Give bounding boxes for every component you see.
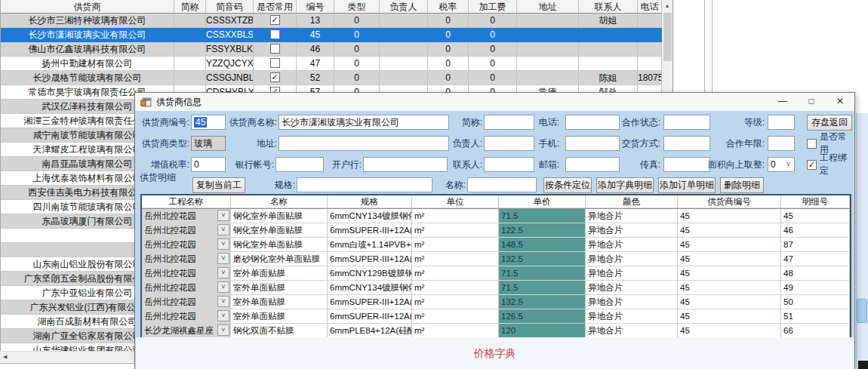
common-use-checkbox[interactable]: 是否常用 xyxy=(807,136,854,151)
checkbox[interactable] xyxy=(270,58,280,68)
detail-cell: 异地合片 xyxy=(586,281,678,295)
chevron-down-icon[interactable]: ˅ xyxy=(217,224,229,235)
column-header[interactable]: 电话 xyxy=(638,0,662,14)
detail-row[interactable]: 长沙龙湖祺鑫星座˅钢化双面不贴膜6mmPLE84+12A(硅酮胶...m²120… xyxy=(142,324,850,338)
detail-cell: m² xyxy=(412,209,499,223)
coop-years-input[interactable] xyxy=(768,136,795,151)
detail-row[interactable]: 岳州北控花园˅钢化室外单面贴膜6mm白玻+1.14PVB+6mm...m²148… xyxy=(142,238,850,252)
detail-row[interactable]: 岳州北控花园˅室外单面贴膜6mmSUPER-III+12A(硅...m²126.… xyxy=(142,309,850,324)
column-header[interactable]: 简称 xyxy=(174,0,206,14)
detail-cell: 岳州北控花园˅ xyxy=(142,238,231,252)
chevron-down-icon[interactable]: ˅ xyxy=(217,324,229,336)
table-cell xyxy=(517,57,579,71)
spec-filter-input[interactable] xyxy=(297,177,432,192)
detail-cell: m² xyxy=(412,324,499,338)
table-cell xyxy=(579,57,638,71)
column-header[interactable]: 税率 xyxy=(428,0,469,14)
chevron-down-icon[interactable]: ˅ xyxy=(217,238,229,250)
email-input[interactable] xyxy=(565,157,620,172)
chevron-down-icon[interactable]: ˅ xyxy=(217,253,229,264)
checkbox[interactable]: ✓ xyxy=(270,72,280,82)
column-header[interactable]: 类型 xyxy=(334,0,380,14)
table-row[interactable]: 扬州中勤建材有限公司YZZQJCYXGS47000 xyxy=(1,57,663,71)
column-header[interactable]: 是否常用 xyxy=(254,0,297,14)
coop-status-input[interactable] xyxy=(663,115,710,130)
detail-cell: 异地合片 xyxy=(586,209,678,223)
detail-cell: 异地合片 xyxy=(586,252,678,266)
locate-by-condition-button[interactable]: 按条件定位 xyxy=(543,177,592,193)
dialog-titlebar[interactable]: 供货商信息 — □ ✕ xyxy=(135,93,854,111)
table-cell xyxy=(380,14,428,28)
contact-input[interactable] xyxy=(484,157,534,172)
table-row[interactable]: 长沙市潇湘玻璃实业有限公司CSSXXBLSY..45000 xyxy=(1,28,663,42)
column-header[interactable]: 地址 xyxy=(517,0,579,14)
detail-column-header[interactable]: 颜色 xyxy=(586,195,678,208)
detail-row[interactable]: 岳州北控花园˅磨砂钢化室外单面贴膜6mmSUPER-III+12A(硅...m²… xyxy=(142,252,850,266)
detail-column-header[interactable]: 单位 xyxy=(412,195,499,208)
checkbox[interactable]: ✓ xyxy=(270,15,280,25)
detail-column-header[interactable]: 工程名称 xyxy=(142,195,231,208)
column-header[interactable]: 加工费 xyxy=(469,0,517,14)
manager-input[interactable] xyxy=(484,136,534,151)
grade-input[interactable] xyxy=(768,115,795,130)
delete-detail-button[interactable]: 删除明细 xyxy=(720,177,764,193)
short-name-input[interactable] xyxy=(484,115,534,130)
supplier-no-input[interactable]: 45 xyxy=(191,115,226,130)
column-header[interactable]: 供货商 xyxy=(1,0,174,14)
scroll-up-icon[interactable]: ▲ xyxy=(662,0,673,11)
right-scroll-thumb[interactable] xyxy=(857,299,867,323)
table-row[interactable]: 长沙市三湘特种玻璃有限公司CSSSXTZBL..✓13000胡姐 xyxy=(1,14,663,28)
area-round-combobox[interactable]: 0 ˅ xyxy=(768,157,795,172)
chevron-down-icon[interactable]: ˅ xyxy=(217,310,229,321)
detail-row[interactable]: 岳州北控花园˅室外单面贴膜6mmCNY134镀膜钢化m²71.5异地合片4549 xyxy=(142,281,850,295)
column-header[interactable]: 联系人 xyxy=(579,0,638,14)
detail-column-header[interactable]: 供货商编号 xyxy=(678,195,781,208)
horizontal-scrollbar[interactable]: ◀ xyxy=(0,351,134,362)
project-binding-checkbox[interactable]: ✓ 工程绑定 xyxy=(807,157,854,172)
detail-column-header[interactable]: 规格 xyxy=(328,195,412,208)
chevron-down-icon[interactable]: ˅ xyxy=(217,281,229,293)
detail-row[interactable]: 岳州北控花园˅钢化室外单面贴膜6mmSUPER-III+12A(硅...m²12… xyxy=(142,223,850,238)
chevron-down-icon[interactable]: ˅ xyxy=(217,267,229,278)
mobile-input[interactable] xyxy=(565,136,620,151)
bank-account-input[interactable] xyxy=(275,157,324,172)
detail-row[interactable]: 岳州北控花园˅室外单面贴膜6mmSUPER-III+12A(硅...m²132.… xyxy=(142,295,850,309)
table-cell: 0 xyxy=(334,71,380,85)
table-row[interactable]: 佛山市亿鑫玻璃科技有限公司FSSYXBLKJ..46000 xyxy=(1,42,663,57)
checkbox[interactable] xyxy=(270,29,280,39)
add-order-detail-button[interactable]: 添加订单明细 xyxy=(658,177,716,193)
column-header[interactable]: 简音码 xyxy=(206,0,254,14)
detail-row[interactable]: 岳州北控花园˅钢化室外单面贴膜6mmCNY134镀膜钢化m²71.5异地合片45… xyxy=(142,209,850,223)
table-row[interactable]: 长沙晟格节能玻璃有限公司CSSGJNBLYXGS✓52000陈姐180751 xyxy=(1,71,663,85)
column-header[interactable]: 负责人 xyxy=(380,0,428,14)
supplier-name-input[interactable]: 长沙市潇湘玻璃实业有限公司 xyxy=(279,115,449,130)
right-window-scrollbar[interactable] xyxy=(856,113,868,369)
add-dictionary-detail-button[interactable]: 添加字典明细 xyxy=(596,177,654,193)
copy-project-button[interactable]: 复制当前工程 xyxy=(192,177,245,193)
close-button[interactable]: ✕ xyxy=(826,93,854,111)
chevron-down-icon[interactable]: ˅ xyxy=(783,158,793,171)
save-return-button[interactable]: 存盘返回 xyxy=(807,115,852,131)
panel-bottom-edge xyxy=(0,363,134,364)
supplier-type-input[interactable]: 玻璃 xyxy=(191,136,226,151)
checkbox[interactable] xyxy=(270,44,280,54)
delivery-mode-input[interactable] xyxy=(663,136,710,151)
column-header[interactable]: 编号 xyxy=(297,0,334,14)
detail-row[interactable]: 岳州北控花园˅室外单面贴膜6mmCNY129B镀膜钢化m²71.5异地合片454… xyxy=(142,266,850,281)
minimize-button[interactable]: — xyxy=(768,93,797,111)
name-filter-input[interactable] xyxy=(467,177,537,192)
detail-column-header[interactable]: 明细号 xyxy=(781,195,850,208)
chevron-down-icon[interactable]: ˅ xyxy=(217,296,229,307)
chevron-down-icon[interactable]: ˅ xyxy=(217,210,229,221)
address-input[interactable] xyxy=(279,136,449,151)
scroll-thumb[interactable] xyxy=(663,13,672,61)
phone-input[interactable] xyxy=(565,115,620,130)
detail-cell: 71.5 xyxy=(499,266,586,281)
detail-cell: 异地合片 xyxy=(586,324,678,338)
bank-branch-input[interactable] xyxy=(363,157,448,172)
detail-column-header[interactable]: 单价 xyxy=(499,195,586,208)
maximize-button[interactable]: □ xyxy=(797,93,826,111)
scroll-left-icon[interactable]: ◀ xyxy=(3,352,7,362)
detail-column-header[interactable]: 名称 xyxy=(231,195,328,208)
detail-section-label: 供货明细 xyxy=(140,171,176,184)
